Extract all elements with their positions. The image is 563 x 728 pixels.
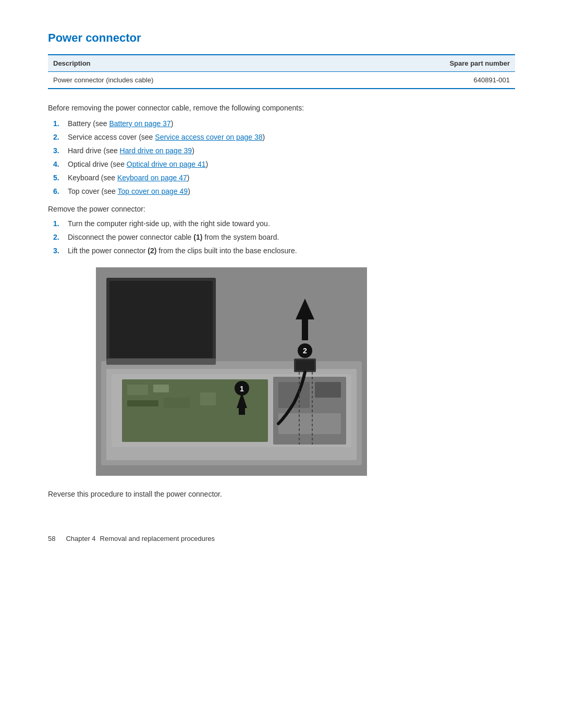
svg-rect-18 xyxy=(296,360,314,371)
svg-rect-11 xyxy=(164,398,190,408)
diagram-container: 1 2 xyxy=(96,267,515,477)
list-text-2: Service access cover (see Service access… xyxy=(68,133,515,141)
svg-rect-10 xyxy=(127,400,158,406)
list-text-5: Keyboard (see Keyboard on page 47) xyxy=(68,174,515,182)
svg-rect-22 xyxy=(239,407,245,415)
step-item-1: 1. Turn the computer right-side up, with… xyxy=(53,219,515,228)
step-text-1: Turn the computer right-side up, with th… xyxy=(68,219,515,228)
top-cover-link[interactable]: Top cover on page 49 xyxy=(117,187,188,195)
part-number: 640891-001 xyxy=(333,72,515,89)
step-text-2: Disconnect the power connector cable (1)… xyxy=(68,233,515,241)
list-item: 4. Optical drive (see Optical drive on p… xyxy=(53,160,515,168)
step-num-2: 2. xyxy=(53,233,68,241)
list-item: 2. Service access cover (see Service acc… xyxy=(53,133,515,141)
keyboard-link[interactable]: Keyboard on page 47 xyxy=(117,174,187,182)
intro-text: Before removing the power connector cabl… xyxy=(48,104,515,112)
parts-table: Description Spare part number Power conn… xyxy=(48,54,515,89)
list-text-6: Top cover (see Top cover on page 49) xyxy=(68,187,515,195)
step-text-3: Lift the power connector (2) from the cl… xyxy=(68,246,515,255)
prereq-list: 1. Battery (see Battery on page 37) 2. S… xyxy=(48,119,515,195)
list-item: 1. Battery (see Battery on page 37) xyxy=(53,119,515,128)
list-num-2: 2. xyxy=(53,133,68,141)
svg-text:2: 2 xyxy=(303,347,307,355)
svg-rect-5 xyxy=(106,359,216,365)
list-item: 3. Hard drive (see Hard drive on page 39… xyxy=(53,146,515,155)
list-text-4: Optical drive (see Optical drive on page… xyxy=(68,160,515,168)
optical-drive-link[interactable]: Optical drive on page 41 xyxy=(127,160,206,168)
svg-rect-8 xyxy=(127,385,148,395)
service-access-link[interactable]: Service access cover on page 38 xyxy=(155,133,262,141)
svg-rect-15 xyxy=(315,382,341,398)
list-num-5: 5. xyxy=(53,174,68,182)
step-num-1: 1. xyxy=(53,219,68,228)
svg-rect-4 xyxy=(109,281,213,358)
table-row: Power connector (includes cable) 640891-… xyxy=(48,72,515,89)
svg-rect-16 xyxy=(278,413,341,434)
step-item-2: 2. Disconnect the power connector cable … xyxy=(53,233,515,241)
list-num-1: 1. xyxy=(53,119,68,128)
footer-page-number: 58 xyxy=(48,535,55,542)
footer-chapter: Chapter 4 xyxy=(66,535,95,542)
page-footer: 58 Chapter 4 Removal and replacement pro… xyxy=(48,529,515,542)
list-item: 6. Top cover (see Top cover on page 49) xyxy=(53,187,515,195)
col-description-header: Description xyxy=(48,55,333,72)
page-title: Power connector xyxy=(48,31,515,45)
steps-list: 1. Turn the computer right-side up, with… xyxy=(48,219,515,255)
remove-section-label: Remove the power connector: xyxy=(48,205,515,213)
col-partnum-header: Spare part number xyxy=(333,55,515,72)
svg-rect-9 xyxy=(153,385,169,392)
list-num-3: 3. xyxy=(53,146,68,155)
footer-section: Removal and replacement procedures xyxy=(100,535,215,542)
step-num-3: 3. xyxy=(53,246,68,255)
list-text-1: Battery (see Battery on page 37) xyxy=(68,119,515,128)
battery-link[interactable]: Battery on page 37 xyxy=(109,119,170,128)
list-num-6: 6. xyxy=(53,187,68,195)
list-text-3: Hard drive (see Hard drive on page 39) xyxy=(68,146,515,155)
hard-drive-link[interactable]: Hard drive on page 39 xyxy=(120,146,192,155)
footer-note: Reverse this procedure to install the po… xyxy=(48,490,515,498)
step-item-3: 3. Lift the power connector (2) from the… xyxy=(53,246,515,255)
svg-rect-12 xyxy=(200,392,216,405)
part-description: Power connector (includes cable) xyxy=(48,72,333,89)
list-item: 5. Keyboard (see Keyboard on page 47) xyxy=(53,174,515,182)
svg-text:1: 1 xyxy=(240,385,244,393)
list-num-4: 4. xyxy=(53,160,68,168)
procedure-diagram: 1 2 xyxy=(96,267,367,476)
